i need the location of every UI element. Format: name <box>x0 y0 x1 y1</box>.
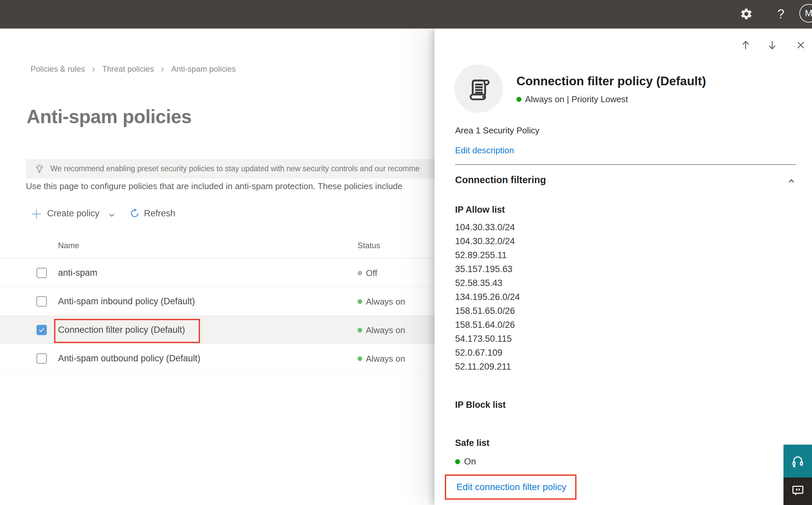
page-description: Use this page to configure policies that… <box>26 180 434 192</box>
ip-entry: 52.11.209.211 <box>455 360 520 374</box>
status-dot <box>358 356 362 361</box>
policy-name: Anti-spam inbound policy (Default) <box>58 287 195 316</box>
table-row[interactable]: Anti-spam inbound policy (Default) Alway… <box>0 287 434 316</box>
details-flyout-panel: Connection filter policy (Default) Alway… <box>434 28 812 505</box>
ip-entry: 52.58.35.43 <box>455 276 520 290</box>
ip-entry: 158.51.65.0/26 <box>455 304 520 318</box>
panel-status-line: Always on | Priority Lowest <box>517 94 628 105</box>
ip-block-list-title: IP Block list <box>455 400 506 410</box>
policy-status: Always on <box>366 316 405 345</box>
column-header-name[interactable]: Name <box>58 241 79 250</box>
help-icon[interactable]: ? <box>774 6 787 22</box>
column-header-status[interactable]: Status <box>358 241 380 250</box>
arrow-down-icon[interactable] <box>766 39 778 52</box>
divider <box>455 164 796 165</box>
feedback-button[interactable] <box>784 478 812 505</box>
plus-icon[interactable] <box>31 209 42 221</box>
ip-entry: 104.30.33.0/24 <box>455 220 520 234</box>
status-dot <box>358 299 362 304</box>
table-row-selected[interactable]: Connection filter policy (Default) Alway… <box>0 316 434 344</box>
safe-list-status-text: On <box>464 457 476 467</box>
status-dot <box>517 97 522 102</box>
table-row[interactable]: Anti-spam outbound policy (Default) Alwa… <box>0 344 434 373</box>
breadcrumb: Policies & rules Threat policies Anti-sp… <box>30 64 236 74</box>
red-highlight-box: Edit connection filter policy <box>445 475 577 500</box>
row-checkbox[interactable] <box>36 353 47 364</box>
section-title-connection-filtering: Connection filtering <box>455 175 546 185</box>
breadcrumb-threat-policies[interactable]: Threat policies <box>102 64 154 74</box>
chevron-right-icon <box>90 66 97 73</box>
policy-status: Always on <box>366 287 405 316</box>
recommendation-banner: We recommend enabling preset security po… <box>26 159 434 178</box>
refresh-button[interactable]: Refresh <box>144 208 176 219</box>
safe-list-status: On <box>455 457 476 467</box>
policy-name: anti-spam <box>58 259 97 287</box>
ip-entry: 35.157.195.63 <box>455 262 520 276</box>
ip-entry: 134.195.26.0/24 <box>455 290 520 304</box>
refresh-icon[interactable] <box>129 208 140 220</box>
status-dot <box>358 271 362 276</box>
lightbulb-icon <box>34 163 45 176</box>
edit-connection-filter-policy-link[interactable]: Edit connection filter policy <box>456 482 567 492</box>
top-bar: ? M <box>0 0 812 28</box>
check-icon <box>38 327 45 333</box>
ip-entry: 52.89.255.11 <box>455 248 520 262</box>
chat-icon <box>790 483 805 498</box>
table-row[interactable]: anti-spam Off <box>0 259 434 287</box>
chevron-down-icon[interactable] <box>108 212 116 220</box>
banner-text: We recommend enabling preset security po… <box>50 159 420 178</box>
row-checkbox[interactable] <box>36 296 47 307</box>
edit-description-link[interactable]: Edit description <box>455 145 514 156</box>
create-policy-button[interactable]: Create policy <box>47 208 99 219</box>
row-checkbox-checked[interactable] <box>36 325 47 335</box>
policy-name: Connection filter policy (Default) <box>58 316 185 344</box>
settings-gear-icon[interactable] <box>740 7 753 21</box>
policy-name: Anti-spam outbound policy (Default) <box>58 344 200 373</box>
ip-allow-list-title: IP Allow list <box>455 205 505 215</box>
screen: ? M Policies & rules Threat policies Ant… <box>0 0 812 505</box>
page-title: Anti-spam policies <box>26 106 192 127</box>
row-checkbox[interactable] <box>36 268 47 278</box>
chevron-right-icon <box>159 66 166 73</box>
policy-icon-circle <box>454 64 503 113</box>
ip-entry: 158.51.64.0/26 <box>455 318 520 332</box>
policy-status: Off <box>366 259 377 288</box>
policy-status: Always on <box>366 344 405 373</box>
ip-entry: 52.0.67.109 <box>455 346 520 360</box>
policy-description: Area 1 Security Policy <box>455 126 539 136</box>
headset-icon <box>790 454 805 469</box>
table-header: Name Status <box>0 227 434 259</box>
breadcrumb-policies-rules[interactable]: Policies & rules <box>30 64 85 74</box>
status-dot <box>455 459 460 464</box>
chevron-up-icon[interactable] <box>787 177 796 187</box>
close-icon[interactable] <box>795 39 807 52</box>
panel-status-text: Always on | Priority Lowest <box>525 94 628 105</box>
breadcrumb-anti-spam-policies[interactable]: Anti-spam policies <box>171 64 236 74</box>
account-avatar[interactable]: M <box>799 4 812 23</box>
status-dot <box>358 328 362 332</box>
ip-entry: 54.173.50.115 <box>455 332 520 346</box>
panel-title: Connection filter policy (Default) <box>517 74 795 88</box>
arrow-up-icon[interactable] <box>740 39 752 52</box>
ip-allow-list: 104.30.33.0/24 104.30.32.0/24 52.89.255.… <box>455 220 520 374</box>
toolbar: Create policy Refresh <box>0 205 434 223</box>
support-button[interactable] <box>784 445 812 478</box>
scroll-icon <box>466 76 491 102</box>
safe-list-title: Safe list <box>455 438 489 448</box>
ip-entry: 104.30.32.0/24 <box>455 234 520 248</box>
